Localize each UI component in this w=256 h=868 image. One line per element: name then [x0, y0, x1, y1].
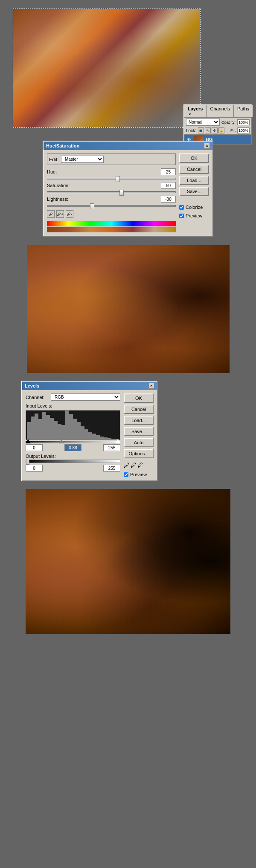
lock-label: Lock: — [186, 128, 196, 133]
dialog-controls: Edit: Master Hue: 25 Saturation: 50 — [47, 153, 176, 232]
hue-saturation-dialog: Hue/Saturation × Edit: Master Hue: 25 — [43, 141, 213, 237]
main-canvas-1[interactable] — [13, 9, 201, 128]
tab-close-icon[interactable]: × — [189, 112, 191, 116]
hbar — [31, 417, 35, 440]
colorize-label: Colorize — [186, 205, 203, 210]
opacity-value: 100% — [237, 119, 250, 125]
ok-button[interactable]: OK — [179, 153, 209, 163]
hbar — [27, 422, 31, 440]
lightness-slider-track[interactable] — [47, 205, 176, 207]
levels-cancel-button[interactable]: Cancel — [124, 405, 154, 414]
levels-auto-button[interactable]: Auto — [124, 438, 154, 447]
levels-eyedroppers: 🖊 🖊 🖊 — [124, 462, 154, 469]
input-values-row: 0 0.88 255 — [26, 444, 120, 451]
levels-body: Channel: RGB Input Levels: — [22, 390, 157, 480]
hbar — [61, 425, 65, 440]
saturation-value[interactable]: 50 — [161, 182, 176, 189]
channel-row: Channel: RGB — [26, 393, 120, 401]
colorize-checkbox[interactable] — [179, 205, 184, 210]
output-white-value[interactable]: 255 — [103, 465, 120, 472]
input-gray-value[interactable]: 0.88 — [64, 444, 81, 451]
cancel-button[interactable]: Cancel — [179, 165, 209, 174]
input-black-thumb[interactable] — [26, 439, 31, 443]
levels-load-button[interactable]: Load... — [124, 416, 154, 425]
lightness-slider-thumb[interactable] — [90, 203, 94, 209]
layers-lock-row: Lock: ▦ ✎ ✛ 🔒 Fill: 100% — [184, 127, 251, 134]
eyedropper-gray-icon[interactable]: 🖊 — [131, 462, 137, 469]
eyedropper-remove-icon[interactable]: 🖊- — [66, 210, 73, 218]
edit-row: Edit: Master — [47, 153, 176, 165]
eyedropper-add-icon[interactable]: 🖊+ — [56, 210, 64, 218]
opacity-label: Opacity: — [221, 120, 236, 124]
preview-checkbox[interactable] — [179, 214, 184, 218]
hue-slider-thumb[interactable] — [116, 176, 120, 182]
levels-dialog: Levels × Channel: RGB Input Levels: — [21, 381, 158, 481]
eyedropper-black-icon[interactable]: 🖊 — [124, 462, 130, 469]
saturation-slider-thumb[interactable] — [119, 190, 124, 196]
blend-mode-select[interactable]: Normal — [186, 119, 220, 126]
levels-section: Levels × Channel: RGB Input Levels: — [0, 377, 256, 485]
hbar — [46, 415, 50, 440]
channel-select[interactable]: RGB — [51, 393, 120, 401]
eyedropper-white-icon[interactable]: 🖊 — [137, 462, 143, 469]
input-levels-slider[interactable] — [26, 441, 120, 443]
hue-saturation-section: Hue/Saturation × Edit: Master Hue: 25 — [0, 136, 256, 241]
load-button[interactable]: Load... — [179, 176, 209, 185]
levels-options-button[interactable]: Options... — [124, 449, 154, 458]
lightness-label: Lightness: — [47, 197, 81, 202]
main-canvas-2[interactable] — [27, 245, 230, 373]
hbar — [96, 435, 100, 440]
save-button[interactable]: Save... — [179, 187, 209, 196]
channel-label: Channel: — [26, 395, 49, 400]
hbar — [38, 419, 42, 440]
edit-label: Edit: — [49, 157, 58, 162]
lock-transparency-icon[interactable]: ▦ — [198, 127, 204, 133]
levels-close-button[interactable]: × — [148, 383, 154, 389]
lock-paint-icon[interactable]: ✎ — [205, 127, 211, 133]
canvas-area-1: Layers × Channels Paths Normal Opacity: … — [0, 0, 256, 136]
lock-move-icon[interactable]: ✛ — [212, 127, 218, 133]
hue-slider-track[interactable] — [47, 178, 176, 179]
dialog-titlebar[interactable]: Hue/Saturation × — [44, 142, 212, 150]
main-canvas-3[interactable] — [26, 489, 230, 634]
levels-titlebar[interactable]: Levels × — [22, 382, 157, 390]
tab-channels[interactable]: Channels — [207, 105, 233, 117]
layers-tabs: Layers × Channels Paths — [184, 105, 251, 118]
input-white-value[interactable]: 255 — [103, 444, 120, 451]
hbar — [111, 439, 115, 440]
tab-paths[interactable]: Paths — [234, 105, 253, 117]
levels-save-button[interactable]: Save... — [124, 427, 154, 436]
lock-all-icon[interactable]: 🔒 — [218, 127, 224, 133]
input-white-thumb[interactable] — [115, 439, 120, 443]
saturation-row: Saturation: 50 — [47, 182, 176, 189]
hue-value[interactable]: 25 — [161, 168, 176, 175]
input-black-value[interactable]: 0 — [26, 444, 43, 451]
eyedropper-icon[interactable]: 🖊 — [47, 210, 55, 218]
hbar — [54, 421, 58, 440]
levels-buttons: OK Cancel Load... Save... Auto Options..… — [124, 393, 154, 477]
dialog-buttons: OK Cancel Load... Save... Colorize Previ… — [179, 153, 209, 232]
levels-preview-checkbox[interactable] — [124, 472, 128, 477]
output-black-value[interactable]: 0 — [26, 465, 43, 472]
tab-layers[interactable]: Layers × — [184, 105, 207, 117]
canvas-area-3 — [0, 485, 256, 638]
levels-ok-button[interactable]: OK — [124, 393, 154, 403]
layers-panel: Layers × Channels Paths Normal Opacity: … — [183, 104, 252, 145]
saturation-slider-track[interactable] — [47, 191, 176, 193]
histogram — [26, 410, 120, 440]
lightness-value[interactable]: -30 — [161, 196, 176, 203]
fill-label: Fill: — [230, 128, 236, 133]
output-thumb[interactable] — [26, 459, 29, 465]
hbar — [108, 438, 111, 440]
input-gray-thumb[interactable] — [59, 439, 64, 443]
output-levels-slider[interactable] — [26, 460, 120, 463]
dialog-close-button[interactable]: × — [204, 143, 210, 149]
levels-controls: Channel: RGB Input Levels: — [26, 393, 120, 477]
levels-preview-label: Preview — [130, 472, 147, 477]
canvas-area-2 — [0, 241, 256, 377]
hbar — [65, 411, 69, 440]
fill-value: 100% — [237, 127, 250, 133]
dialog-title: Hue/Saturation — [46, 143, 79, 148]
edit-mode-select[interactable]: Master — [61, 156, 104, 163]
hbar — [42, 412, 46, 440]
